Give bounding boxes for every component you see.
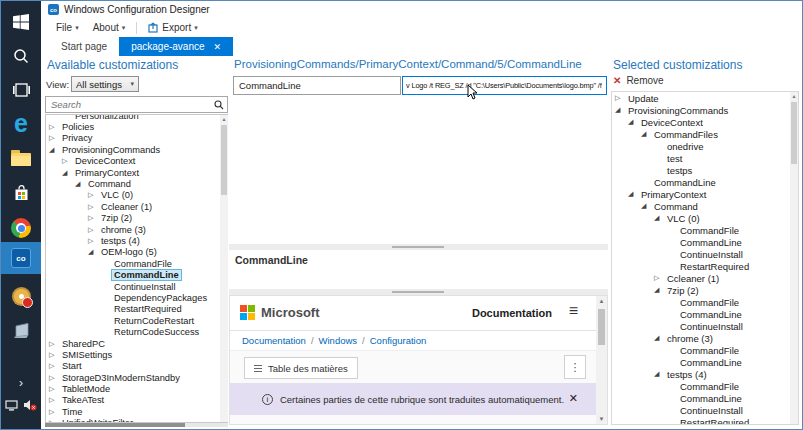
tree-item-commandline[interactable]: CommandLine [612,308,798,320]
scrollbar-thumb[interactable] [45,423,185,427]
tree-item-testps-4[interactable]: ▷testps (4) [46,235,227,246]
tree-item-update[interactable]: ▷Update [612,92,798,104]
collapsed-icon[interactable]: ▷ [88,237,99,245]
tree-item-ccleaner-1[interactable]: ▷Ccleaner (1) [46,201,227,212]
task-view-button[interactable] [1,74,41,106]
left-tree-scrollbar[interactable]: ▲ [220,115,228,422]
hidden-icons-chevron[interactable]: › [1,373,41,393]
expanded-icon[interactable]: ◢ [641,202,652,210]
tree-item-restartrequired[interactable]: RestartRequired [612,416,798,425]
collapsed-icon[interactable]: ▷ [49,134,60,142]
collapsed-icon[interactable]: ▷ [615,94,626,102]
expanded-icon[interactable]: ◢ [88,248,99,256]
breadcrumb-item[interactable]: Documentation [242,335,306,346]
start-button[interactable] [1,6,41,38]
tree-item-commandfile[interactable]: CommandFile [46,258,227,269]
hamburger-menu-icon[interactable]: ≡ [569,302,578,320]
tree-item-policies[interactable]: ▷Policies [46,121,227,132]
tree-item-devicecontext[interactable]: ▷DeviceContext [46,156,227,167]
tree-item-testps[interactable]: testps [612,164,798,176]
collapsed-icon[interactable]: ▷ [49,385,60,393]
left-tree-hscrollbar[interactable] [45,423,228,427]
view-select[interactable]: All settings ▾ [71,76,139,92]
collapsed-icon[interactable]: ▷ [49,340,60,348]
collapsed-icon[interactable]: ▷ [49,396,60,404]
right-tree-scrollbar[interactable]: ▲ [790,92,798,424]
expanded-icon[interactable]: ◢ [628,118,639,126]
tree-item-restartrequired[interactable]: RestartRequired [46,304,227,315]
taskbar-item-pc[interactable] [1,315,41,347]
collapsed-icon[interactable]: ▷ [654,274,665,282]
table-of-contents-button[interactable]: Table des matières [244,357,358,379]
menu-file[interactable]: File ▾ [49,20,86,35]
expanded-icon[interactable]: ◢ [75,180,86,188]
tree-item-commandline[interactable]: CommandLine [612,356,798,368]
tree-item-testps-4[interactable]: ◢testps (4) [612,368,798,380]
microsoft-wordmark[interactable]: Microsoft [261,305,320,320]
tree-item-commandline[interactable]: CommandLine [612,176,798,188]
tree-item-sharedpc[interactable]: ▷SharedPC [46,338,227,349]
tree-item-chrome-3[interactable]: ▷chrome (3) [46,224,227,235]
remove-button[interactable]: ✕ Remove [613,75,664,86]
tree-item-provisioningcommands[interactable]: ◢ProvisioningCommands [46,144,227,155]
network-icon[interactable] [5,400,18,411]
scrollbar-thumb[interactable] [221,125,227,195]
doc-header-documentation-label[interactable]: Documentation [472,307,552,319]
tree-item-continueinstall[interactable]: ContinueInstall [612,404,798,416]
expanded-icon[interactable]: ◢ [654,214,665,222]
expanded-icon[interactable]: ◢ [654,286,665,294]
expanded-icon[interactable]: ◢ [615,106,626,114]
tab-package-avance[interactable]: package-avance ✕ [119,37,233,56]
tree-item-returncoderestart[interactable]: ReturnCodeRestart [46,315,227,326]
tree-item-7zip-2[interactable]: ▷7zip (2) [46,213,227,224]
tree-item-dependencypackages[interactable]: DependencyPackages [46,292,227,303]
tree-item-commandfiles[interactable]: ◢CommandFiles [612,128,798,140]
tree-item-returncodesuccess[interactable]: ReturnCodeSuccess [46,326,227,337]
tree-item-commandfile[interactable]: CommandFile [612,296,798,308]
tree-item-primarycontext[interactable]: ◢PrimaryContext [612,188,798,200]
commandline-value-input[interactable] [404,78,605,93]
collapsed-icon[interactable]: ▷ [49,123,60,131]
doc-scrollbar[interactable]: ▲ ▼ [596,296,607,424]
taskbar-item-chrome[interactable] [1,212,41,244]
tree-item-storaged3inmodernstandby[interactable]: ▷StorageD3InModernStandby [46,372,227,383]
tree-item-devicecontext[interactable]: ◢DeviceContext [612,116,798,128]
expanded-icon[interactable]: ◢ [641,130,652,138]
collapsed-icon[interactable]: ▷ [88,214,99,222]
tree-item-command[interactable]: ◢Command [612,200,798,212]
more-options-button[interactable]: ⋮ [564,355,586,379]
tree-item-commandfile[interactable]: CommandFile [612,344,798,356]
tree-item-7zip-2[interactable]: ◢7zip (2) [612,284,798,296]
scroll-down-icon[interactable]: ▼ [596,416,607,422]
collapsed-icon[interactable]: ▷ [49,374,60,382]
taskbar-search-button[interactable] [1,40,41,72]
tree-item-commandfile[interactable]: CommandFile [612,224,798,236]
tree-item-provisioningcommands[interactable]: ◢ProvisioningCommands [612,104,798,116]
tree-item-restartrequired[interactable]: RestartRequired [612,260,798,272]
taskbar-item-wcd-active[interactable]: co [1,242,41,274]
taskbar-item-file-explorer[interactable] [1,142,41,174]
tree-item-commandline[interactable]: CommandLine [46,269,227,280]
tree-item-smisettings[interactable]: ▷SMISettings [46,349,227,360]
tree-item-continueinstall[interactable]: ContinueInstall [612,320,798,332]
tree-item-commandline[interactable]: CommandLine [612,236,798,248]
tree-item-commandfile[interactable]: CommandFile [612,380,798,392]
tree-item-vlc-0[interactable]: ▷VLC (0) [46,190,227,201]
commandline-field-label[interactable]: CommandLine [233,76,401,95]
expanded-icon[interactable]: ◢ [654,334,665,342]
breadcrumb-item[interactable]: Windows [319,335,358,346]
tree-item-continueinstall[interactable]: ContinueInstall [612,248,798,260]
tree-item-commandline[interactable]: CommandLine [612,392,798,404]
tree-item-command[interactable]: ◢Command [46,178,227,189]
volume-muted-icon[interactable] [23,399,37,411]
search-input[interactable] [49,98,209,111]
tree-item-ccleaner-1[interactable]: ▷Ccleaner (1) [612,272,798,284]
scroll-up-icon[interactable]: ▲ [596,298,607,304]
tree-item-continueinstall[interactable]: ContinueInstall [46,281,227,292]
collapsed-icon[interactable]: ▷ [88,203,99,211]
collapsed-icon[interactable]: ▷ [49,408,60,416]
scrollbar-thumb[interactable] [598,309,605,345]
splitter-upper[interactable] [229,244,608,250]
expanded-icon[interactable]: ◢ [49,146,60,154]
tree-item-privacy[interactable]: ▷Privacy [46,133,227,144]
